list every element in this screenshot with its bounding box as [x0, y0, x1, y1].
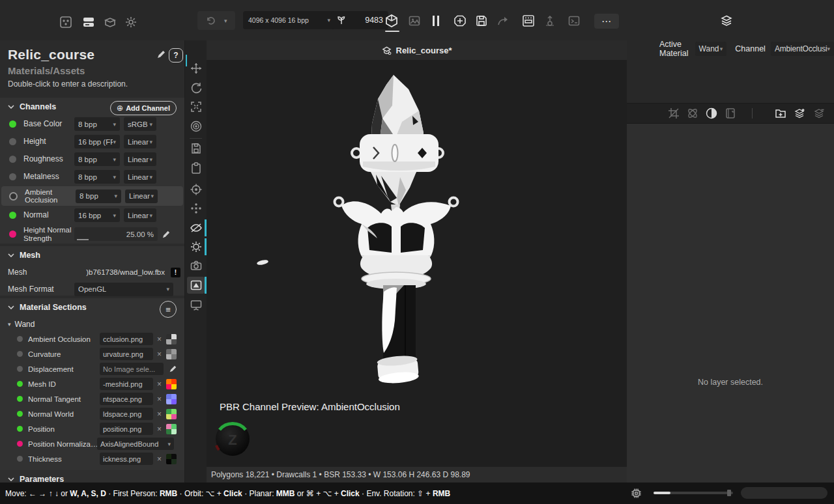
camera-icon[interactable]: [190, 259, 203, 272]
height-normal-strength-row[interactable]: Height Normal Strength 25.00 %: [0, 224, 184, 244]
more-icon[interactable]: ⋯: [594, 14, 619, 29]
rotate-icon[interactable]: [190, 81, 203, 94]
remove-layer-icon[interactable]: [813, 107, 825, 119]
save-icon[interactable]: [475, 14, 488, 27]
map-dropdown[interactable]: AxisAlignedBound ▾: [97, 438, 174, 450]
map-row-normal-world[interactable]: Normal World ldspace.png ×: [0, 406, 184, 421]
map-row-position[interactable]: Position position.png ×: [0, 421, 184, 436]
undo-icon[interactable]: [205, 16, 216, 26]
add-project-icon[interactable]: [453, 14, 467, 27]
pivot-circles-icon[interactable]: [190, 120, 203, 133]
colorspace-select[interactable]: sRGB▾: [124, 117, 156, 131]
map-row-normal-tangent[interactable]: Normal Tangent ntspace.png ×: [0, 391, 184, 406]
map-file-field[interactable]: ickness.png: [100, 453, 153, 465]
save-card-icon[interactable]: [190, 142, 203, 155]
shelf-icon[interactable]: [104, 16, 117, 29]
layer-stack-area[interactable]: No layer selected.: [627, 124, 834, 483]
assets-icon[interactable]: [59, 16, 72, 29]
mesh-file-value[interactable]: )b761738/wnad_low.fbx: [74, 266, 168, 279]
map-thumbnail[interactable]: [166, 394, 177, 404]
image-view-icon[interactable]: [408, 14, 421, 27]
channels-header[interactable]: Channels ⊕ Add Channel: [0, 98, 184, 115]
mesh-format-select[interactable]: OpenGL▾: [74, 283, 173, 296]
map-file-field[interactable]: ntspace.png: [100, 393, 153, 405]
undo-history-caret[interactable]: ▾: [224, 18, 227, 24]
channel-row-height[interactable]: Height 16 bpp (FR)▾ Linear▾: [0, 133, 184, 150]
channel-row-roughness[interactable]: Roughness 8 bpp▾ Linear▾: [0, 150, 184, 168]
close-icon[interactable]: ×: [157, 380, 162, 389]
active-material-select[interactable]: Wand ▾: [695, 42, 727, 56]
bpp-select[interactable]: 8 bpp▾: [74, 152, 120, 166]
map-file-field[interactable]: position.png: [100, 423, 153, 435]
bpp-select[interactable]: 8 bpp▾: [74, 117, 120, 131]
section-menu-icon[interactable]: ≡: [160, 301, 177, 318]
map-row-curvature[interactable]: Curvature urvature.png ×: [0, 346, 184, 361]
bpp-select[interactable]: 16 bpp▾: [74, 208, 120, 222]
bpp-select[interactable]: 8 bpp▾: [74, 170, 120, 184]
close-icon[interactable]: ×: [157, 395, 162, 404]
edit-pencil-icon[interactable]: [169, 365, 177, 373]
map-row-mesh-id[interactable]: Mesh ID -meshid.png ×: [0, 376, 184, 391]
bake-icon[interactable]: [521, 14, 536, 28]
channel-row-normal[interactable]: Normal 16 bpp▾ Linear▾: [0, 206, 184, 224]
polygon-fill-icon[interactable]: [190, 279, 203, 292]
viewport-3d[interactable]: Relic_course*: [207, 40, 627, 483]
close-icon[interactable]: ×: [157, 335, 162, 344]
map-row-ambient-occlusion[interactable]: Ambient Occlusion cclusion.png ×: [0, 331, 184, 346]
edit-pencil-icon[interactable]: [162, 230, 171, 239]
channel-row-ambient-occlusion-selected[interactable]: Ambient Occlusion 8 bpp▾ Linear▾: [1, 186, 183, 206]
clipboard-icon[interactable]: [190, 161, 203, 175]
edit-title-pencil-icon[interactable]: [156, 49, 166, 59]
bpp-select[interactable]: 16 bpp (FR)▾: [74, 135, 120, 148]
crosshair-icon[interactable]: [190, 183, 203, 196]
contrast-icon[interactable]: [706, 107, 717, 119]
quality-slider[interactable]: [654, 492, 733, 494]
colorspace-select[interactable]: Linear▾: [124, 152, 156, 166]
layer-list-icon[interactable]: [82, 16, 95, 29]
map-file-field[interactable]: No Image sele...: [100, 363, 164, 375]
close-icon[interactable]: ×: [157, 425, 162, 434]
channel-row-basecolor[interactable]: Base Color 8 bpp▾ sRGB▾: [0, 115, 184, 133]
map-row-thickness[interactable]: Thickness ickness.png ×: [0, 451, 184, 466]
status-field[interactable]: [741, 487, 827, 499]
add-folder-icon[interactable]: [775, 107, 786, 119]
atom-icon[interactable]: [687, 107, 698, 119]
map-thumbnail[interactable]: [166, 349, 177, 359]
map-thumbnail[interactable]: [166, 409, 177, 419]
map-thumbnail[interactable]: [166, 379, 177, 389]
map-row-position-normalization[interactable]: Position Normalizati… AxisAlignedBound ▾: [0, 436, 184, 451]
display-icon[interactable]: [190, 298, 203, 311]
strength-input[interactable]: 25.00 %: [74, 227, 158, 241]
map-row-displacement[interactable]: Displacement No Image sele...: [0, 361, 184, 376]
bpp-select[interactable]: 8 bpp▾: [76, 189, 121, 203]
material-sections-header[interactable]: Material Sections ≡: [0, 298, 184, 316]
layers-stack-icon[interactable]: [720, 14, 733, 27]
colorspace-select[interactable]: Linear▾: [125, 189, 158, 203]
viewport-tab[interactable]: Relic_course*: [207, 40, 627, 60]
crop-icon[interactable]: [668, 107, 680, 119]
render-settings-icon[interactable]: [631, 488, 642, 499]
seed-field[interactable]: 9483: [331, 11, 388, 29]
settings-icon[interactable]: [124, 16, 137, 29]
map-thumbnail[interactable]: [166, 424, 177, 434]
map-thumbnail[interactable]: [166, 334, 177, 344]
slider-handle[interactable]: [727, 490, 731, 496]
colorspace-select[interactable]: Linear▾: [124, 135, 156, 148]
add-layer-icon[interactable]: [794, 107, 805, 119]
pause-icon[interactable]: [431, 14, 441, 27]
channel-row-metalness[interactable]: Metalness 8 bpp▾ Linear▾: [0, 168, 184, 186]
scale-icon[interactable]: [190, 100, 203, 113]
parameters-header[interactable]: Parameters: [0, 470, 185, 483]
close-icon[interactable]: ×: [157, 410, 162, 419]
mesh-header[interactable]: Mesh: [0, 246, 184, 264]
map-file-field[interactable]: -meshid.png: [100, 378, 153, 390]
help-icon[interactable]: ?: [169, 48, 183, 63]
close-icon[interactable]: ×: [157, 350, 162, 359]
map-file-field[interactable]: cclusion.png: [100, 333, 153, 345]
resolution-select[interactable]: 4096 x 4096 16 bpp ▾: [243, 11, 336, 29]
sun-gear-icon[interactable]: [190, 240, 203, 253]
cube-view-icon[interactable]: [384, 13, 399, 29]
viewport-canvas[interactable]: Z PBR Channel Preview: AmbientOcclusion: [207, 60, 627, 467]
colorspace-select[interactable]: Linear▾: [124, 170, 156, 184]
move-icon[interactable]: [190, 62, 203, 75]
